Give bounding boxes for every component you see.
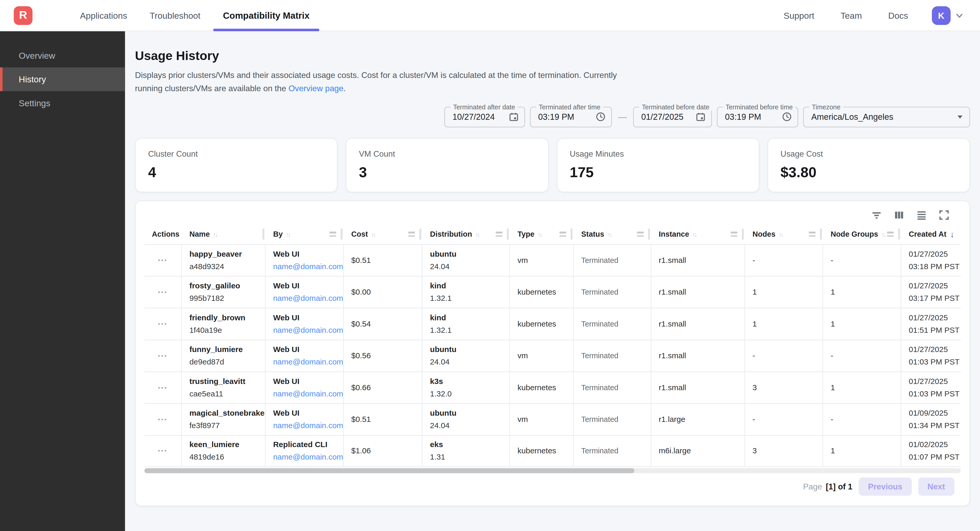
name-primary-text: frosty_galileo [189,281,265,290]
density-icon[interactable] [916,210,927,220]
column-menu-icon[interactable] [408,232,415,237]
email-link[interactable]: name@domain.com [273,262,343,271]
column-menu-icon[interactable] [560,232,566,237]
sort-icon[interactable]: ↑↓ [692,231,696,238]
row-actions-button[interactable]: ••• [158,257,167,263]
column-separator[interactable] [341,228,342,240]
column-separator[interactable] [820,228,822,240]
next-page-button[interactable]: Next [918,478,955,496]
clock-icon[interactable] [596,112,606,122]
terminated-before-date-field[interactable]: Terminated before date 01/27/2025 [633,106,712,127]
email-link[interactable]: name@domain.com [273,453,343,462]
column-header-cost[interactable]: Cost↑↓ [344,225,423,244]
column-menu-icon[interactable] [637,232,644,237]
columns-icon[interactable] [894,210,904,220]
calendar-icon[interactable] [696,112,706,122]
sort-icon[interactable]: ↑↓ [881,231,885,238]
terminated-before-time-field[interactable]: Terminated before time 03:19 PM [717,106,798,127]
column-header-node-groups[interactable]: Node Groups↑↓ [823,225,901,244]
field-label: Terminated before time [723,103,795,110]
tab-compatibility-matrix[interactable]: Compatibility Matrix [212,0,321,31]
column-menu-icon[interactable] [329,232,336,237]
column-separator[interactable] [419,228,421,240]
dropdown-arrow-icon[interactable] [956,113,964,120]
sort-icon[interactable]: ↑↓ [475,231,479,238]
distribution-secondary-text: 24.04 [430,357,509,366]
type-text: kubernetes [517,447,573,455]
column-header-name[interactable]: Name↑↓ [182,225,266,244]
column-separator[interactable] [742,228,744,240]
tab-applications[interactable]: Applications [68,0,138,31]
column-header-by[interactable]: By↑↓ [266,225,344,244]
column-menu-icon[interactable] [809,232,816,237]
terminated-after-date-field[interactable]: Terminated after date 10/27/2024 [444,106,525,127]
cell-node-groups: 1 [823,308,901,339]
nodes-text: - [752,256,822,265]
cell-distribution: ubuntu24.04 [422,340,510,371]
sort-icon[interactable]: ↑↓ [213,231,216,238]
sort-icon[interactable]: ↑↓ [778,231,782,238]
column-separator[interactable] [648,228,650,240]
row-actions-button[interactable]: ••• [158,320,167,327]
column-header-nodes[interactable]: Nodes↑↓ [745,225,823,244]
timezone-select[interactable]: Timezone America/Los_Angeles [803,106,970,127]
column-menu-icon[interactable] [496,232,503,237]
overview-page-link[interactable]: Overview page [288,84,343,93]
email-link[interactable]: name@domain.com [273,421,343,430]
fullscreen-icon[interactable] [939,210,949,220]
column-separator[interactable] [571,228,573,240]
terminated-after-time-field[interactable]: Terminated after time 03:19 PM [530,106,612,127]
nav-link-docs[interactable]: Docs [888,10,908,20]
column-header-distribution[interactable]: Distribution↑↓ [422,225,510,244]
column-header-created-at[interactable]: Created At↓ [901,225,961,244]
calendar-icon[interactable] [509,112,519,122]
column-menu-icon[interactable] [887,232,894,237]
table-header-row: ActionsName↑↓By↑↓Cost↑↓Distribution↑↓Typ… [144,225,961,244]
column-header-type[interactable]: Type↑↓ [510,225,574,244]
column-separator[interactable] [507,228,509,240]
row-actions-button[interactable]: ••• [158,416,167,422]
user-avatar[interactable]: K [932,6,951,25]
email-link[interactable]: name@domain.com [273,390,343,398]
horizontal-scrollbar[interactable] [144,468,961,473]
column-header-status[interactable]: Status↑↓ [574,225,651,244]
row-actions-button[interactable]: ••• [158,289,167,295]
sorted-desc-icon[interactable]: ↓ [950,230,954,239]
row-actions-button[interactable]: ••• [158,448,167,454]
previous-page-button[interactable]: Previous [859,478,912,496]
tab-troubleshoot[interactable]: Troubleshoot [138,0,212,31]
filter-icon[interactable] [871,210,882,220]
distribution-primary-text: ubuntu [430,409,509,417]
column-header-instance[interactable]: Instance↑↓ [651,225,745,244]
row-actions-button[interactable]: ••• [158,385,167,391]
email-link[interactable]: name@domain.com [273,326,343,334]
chevron-down-icon[interactable] [955,11,964,20]
column-separator[interactable] [262,228,264,240]
sort-icon[interactable]: ↑↓ [538,231,541,238]
cell-by: Web UIname@domain.com [266,308,344,339]
type-text: vm [517,351,573,360]
node-groups-text: 1 [831,447,900,455]
cell-type: vm [510,244,574,276]
cell-status: Terminated [574,340,651,371]
column-separator[interactable] [898,228,900,240]
replicated-logo[interactable]: R [14,6,32,25]
distribution-primary-text: kind [430,281,509,290]
nodes-text: 1 [752,288,822,296]
sidebar-item-history[interactable]: History [0,68,125,91]
nav-link-support[interactable]: Support [784,10,815,20]
sort-icon[interactable]: ↑↓ [371,231,375,238]
cell-cost: $0.54 [344,308,423,339]
nav-link-team[interactable]: Team [841,10,862,20]
column-menu-icon[interactable] [730,232,737,237]
email-link[interactable]: name@domain.com [273,357,343,366]
sidebar-item-overview[interactable]: Overview [0,44,125,67]
clock-icon[interactable] [782,112,792,122]
cell-by: Web UIname@domain.com [266,340,344,371]
email-link[interactable]: name@domain.com [273,294,343,303]
horizontal-scrollbar-thumb[interactable] [144,468,634,473]
sort-icon[interactable]: ↑↓ [286,231,290,238]
sort-icon[interactable]: ↑↓ [607,231,611,238]
sidebar-item-settings[interactable]: Settings [0,91,125,115]
row-actions-button[interactable]: ••• [158,352,167,359]
